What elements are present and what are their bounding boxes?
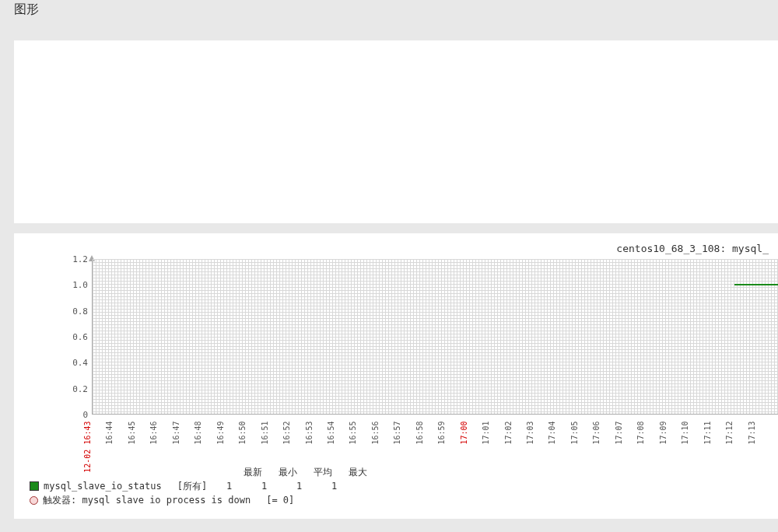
series-line bbox=[734, 284, 778, 285]
x-tick: 16:59 bbox=[437, 422, 446, 445]
x-tick: 17:08 bbox=[636, 422, 645, 445]
x-tick: 16:53 bbox=[305, 422, 314, 445]
legend-trigger-row: 触发器: mysql slave io process is down [= 0… bbox=[30, 493, 778, 507]
x-tick: 16:58 bbox=[415, 422, 424, 445]
x-tick: 17:11 bbox=[703, 422, 712, 445]
val-max: 1 bbox=[317, 481, 352, 492]
legend-series-row: mysql_slave_io_status [所有] 1 1 1 1 bbox=[30, 479, 778, 493]
x-tick: 17:01 bbox=[482, 422, 490, 445]
x-tick: 12-02 16:43 bbox=[83, 422, 92, 473]
x-tick: 17:12 bbox=[725, 422, 734, 445]
y-tick: 0.2 bbox=[72, 383, 88, 394]
legend-mode: [所有] bbox=[177, 480, 207, 493]
legend: mysql_slave_io_status [所有] 最新 最小 平均 最大 m… bbox=[30, 465, 778, 507]
x-tick: 17:10 bbox=[681, 422, 689, 445]
x-tick: 16:47 bbox=[172, 422, 180, 445]
x-tick: 16:55 bbox=[349, 422, 357, 445]
chart-area[interactable]: 00.20.40.60.81.01.212-02 16:4316:4416:45… bbox=[61, 259, 778, 430]
x-tick: 16:57 bbox=[393, 422, 401, 445]
stat-max: 最大 bbox=[340, 466, 375, 479]
x-tick: 17:07 bbox=[615, 422, 623, 445]
val-min: 1 bbox=[247, 481, 282, 492]
y-tick: 0.8 bbox=[72, 306, 88, 316]
x-tick: 16:50 bbox=[238, 422, 247, 445]
legend-stats-header: 最新 最小 平均 最大 bbox=[235, 466, 375, 479]
x-tick: 16:46 bbox=[149, 422, 158, 445]
x-tick: 17:02 bbox=[504, 422, 513, 445]
val-latest: 1 bbox=[212, 481, 247, 492]
y-tick: 0 bbox=[82, 410, 88, 420]
legend-metric-name: mysql_slave_io_status bbox=[44, 481, 162, 492]
page-title: 图形 bbox=[14, 2, 39, 18]
y-tick: 1.2 bbox=[72, 254, 88, 264]
x-tick: 16:49 bbox=[216, 422, 225, 445]
plot-region[interactable] bbox=[92, 259, 778, 415]
stat-min: 最小 bbox=[270, 466, 305, 479]
x-tick: 17:00 bbox=[460, 422, 468, 445]
val-avg: 1 bbox=[282, 481, 317, 492]
x-tick: 17:03 bbox=[526, 422, 534, 445]
x-tick: 16:45 bbox=[128, 422, 136, 445]
legend-stats-header-row: mysql_slave_io_status [所有] 最新 最小 平均 最大 bbox=[30, 465, 778, 479]
trigger-circle-icon bbox=[30, 496, 38, 505]
upper-panel bbox=[14, 40, 778, 223]
trigger-condition: [= 0] bbox=[266, 495, 294, 506]
x-tick: 16:48 bbox=[194, 422, 202, 445]
chart-panel: centos10_68_3_108: mysql_ 00.20.40.60.81… bbox=[14, 233, 778, 519]
x-tick: 17:05 bbox=[570, 422, 579, 445]
x-tick: 16:56 bbox=[371, 422, 380, 445]
x-tick: 17:09 bbox=[659, 422, 668, 445]
y-tick: 1.0 bbox=[72, 280, 88, 290]
trigger-label: 触发器: mysql slave io process is down bbox=[43, 494, 251, 507]
chart-title: centos10_68_3_108: mysql_ bbox=[14, 243, 778, 254]
x-tick: 17:13 bbox=[748, 422, 756, 445]
stat-avg: 平均 bbox=[305, 466, 340, 479]
x-tick: 17:06 bbox=[592, 422, 601, 445]
x-tick: 16:44 bbox=[105, 422, 114, 445]
y-tick: 0.6 bbox=[72, 332, 88, 342]
x-tick: 16:52 bbox=[282, 422, 291, 445]
legend-swatch-icon bbox=[30, 481, 39, 491]
x-tick: 16:51 bbox=[261, 422, 269, 445]
y-tick: 0.4 bbox=[72, 358, 88, 368]
x-tick: 17:04 bbox=[548, 422, 556, 445]
legend-stats-values: 1 1 1 1 bbox=[212, 481, 352, 492]
stat-latest: 最新 bbox=[235, 466, 270, 479]
x-tick: 16:54 bbox=[327, 422, 335, 445]
